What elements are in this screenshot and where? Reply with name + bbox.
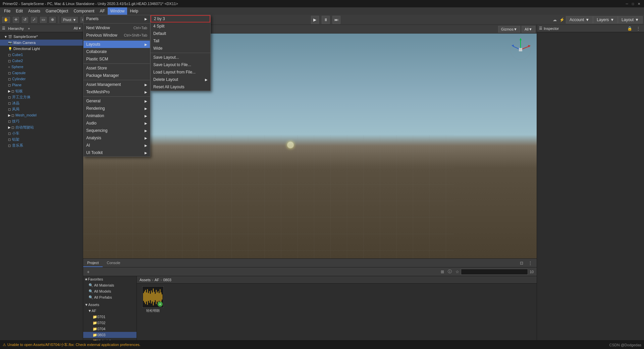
tab-console[interactable]: Console bbox=[103, 259, 124, 267]
layout-dropdown[interactable]: Layout ▼ bbox=[618, 16, 643, 23]
tree-af[interactable]: ▼ AF bbox=[83, 308, 137, 314]
layout-4split[interactable]: 4 Split bbox=[151, 22, 210, 30]
move-tool[interactable]: ✛ bbox=[12, 16, 20, 23]
layout-load-file[interactable]: Load Layout from File... bbox=[151, 68, 210, 76]
menu-assets[interactable]: Assets bbox=[25, 7, 43, 15]
tree-assets[interactable]: ▼ Assets bbox=[83, 302, 137, 308]
menu-component[interactable]: Component bbox=[71, 7, 97, 15]
hierarchy-item-sphere[interactable]: ○ Sphere bbox=[0, 64, 83, 70]
tree-0704[interactable]: 📁 0704 bbox=[83, 326, 137, 332]
window-menu-prev[interactable]: Previous Window Ctrl+Shift+Tab bbox=[84, 32, 150, 39]
breadcrumb-0803[interactable]: 0803 bbox=[163, 278, 171, 282]
layout-tall[interactable]: Tall bbox=[151, 37, 210, 45]
menu-help[interactable]: Help bbox=[127, 7, 141, 15]
project-maximize[interactable]: ⊡ bbox=[518, 259, 525, 267]
hierarchy-item-zdjs[interactable]: ▶ ◻ 自动驾驶站 bbox=[0, 124, 83, 130]
hierarchy-item-cylinder[interactable]: ◻ Cylinder bbox=[0, 76, 83, 82]
all-dropdown[interactable]: All ▼ bbox=[522, 26, 535, 33]
hierarchy-item-cube2[interactable]: ◻ Cube2 bbox=[0, 58, 83, 64]
hierarchy-item-plane[interactable]: ◻ Plane bbox=[0, 82, 83, 88]
tree-favorites[interactable]: ★ Favorites bbox=[83, 276, 137, 282]
hierarchy-item-capsule[interactable]: ◻ Capsule bbox=[0, 70, 83, 76]
menu-window[interactable]: Window bbox=[108, 7, 127, 15]
menu-edit[interactable]: Edit bbox=[13, 7, 25, 15]
project-add-btn[interactable]: + bbox=[85, 268, 92, 276]
window-menu-general[interactable]: General ▶ bbox=[84, 97, 150, 105]
project-star-btn[interactable]: ☆ bbox=[453, 268, 461, 276]
layout-save[interactable]: Save Layout... bbox=[151, 54, 210, 61]
project-search-input[interactable] bbox=[461, 269, 528, 275]
window-menu-plastic[interactable]: Plastic SCM bbox=[84, 55, 150, 63]
hand-tool[interactable]: ✋ bbox=[1, 16, 11, 23]
tab-project[interactable]: Project bbox=[83, 259, 103, 267]
hierarchy-item-ylx[interactable]: ◻ 音乐系 bbox=[0, 142, 83, 148]
scale-tool[interactable]: ⤢ bbox=[30, 16, 38, 23]
hierarchy-item-lj[interactable]: ◻ 铝架 bbox=[0, 136, 83, 142]
layers-dropdown[interactable]: Layers ▼ bbox=[593, 16, 618, 23]
window-menu-rendering[interactable]: Rendering ▶ bbox=[84, 105, 150, 112]
menu-af[interactable]: AF bbox=[97, 7, 107, 15]
hierarchy-item-jq[interactable]: ◻ 技巧 bbox=[0, 118, 83, 124]
window-menu-asset-mgmt[interactable]: Asset Management ▶ bbox=[84, 81, 150, 88]
account-dropdown[interactable]: Account ▼ bbox=[566, 16, 593, 23]
project-info-btn[interactable]: ⓘ bbox=[446, 268, 453, 276]
hierarchy-item-fj[interactable]: ◻ 风局 bbox=[0, 106, 83, 112]
maximize-button[interactable]: □ bbox=[631, 1, 635, 6]
hierarchy-item-cube1[interactable]: ◻ Cube1 bbox=[0, 52, 83, 58]
minimize-button[interactable]: ─ bbox=[625, 1, 629, 6]
window-menu-layouts[interactable]: Layouts ▶ bbox=[84, 41, 150, 48]
window-menu-analysis[interactable]: Analysis ▶ bbox=[84, 134, 150, 142]
hierarchy-item-lv[interactable]: ▶ ◻ 铝板 bbox=[0, 88, 83, 94]
cloud-icon-btn[interactable]: ⚡ bbox=[558, 16, 566, 23]
hierarchy-item-mesh[interactable]: ▶ ◻ Mesh_model bbox=[0, 112, 83, 118]
breadcrumb-assets[interactable]: Assets bbox=[140, 278, 151, 282]
window-menu-animation[interactable]: Animation ▶ bbox=[84, 112, 150, 119]
tree-0803[interactable]: 📁 0803 bbox=[83, 332, 137, 338]
hierarchy-item-scene[interactable]: ▼ 🎬 SampleScene* bbox=[0, 34, 83, 40]
breadcrumb-af[interactable]: AF bbox=[155, 278, 159, 282]
step-button[interactable]: ⏭ bbox=[332, 16, 340, 24]
hierarchy-item-kaifang[interactable]: ◻ 开工立方体 bbox=[0, 94, 83, 100]
hierarchy-item-bj[interactable]: ◻ 冰晶 bbox=[0, 100, 83, 106]
window-menu-asset-store[interactable]: Asset Store bbox=[84, 64, 150, 72]
tree-0702[interactable]: 📁 0702 bbox=[83, 320, 137, 326]
play-button[interactable]: ▶ bbox=[311, 16, 319, 24]
hierarchy-item-directional-light[interactable]: 💡 Directional Light bbox=[0, 46, 83, 52]
layout-save-file[interactable]: Save Layout to File... bbox=[151, 61, 210, 68]
layout-default[interactable]: Default bbox=[151, 30, 210, 37]
layout-delete[interactable]: Delete Layout ▶ bbox=[151, 76, 210, 83]
menu-file[interactable]: File bbox=[1, 7, 13, 15]
pause-button[interactable]: ⏸ bbox=[322, 16, 330, 24]
menu-gameobject[interactable]: GameObject bbox=[43, 7, 71, 15]
transform-tool[interactable]: ⊕ bbox=[49, 16, 56, 23]
window-menu-ui-toolkit[interactable]: UI Toolkit ▶ bbox=[84, 149, 150, 156]
rotate-tool[interactable]: ↺ bbox=[21, 16, 29, 23]
layout-wide[interactable]: Wide bbox=[151, 45, 210, 52]
rect-tool[interactable]: ▭ bbox=[39, 16, 47, 23]
hierarchy-item-xc[interactable]: ◻ 小车 bbox=[0, 130, 83, 136]
window-menu-collaborate[interactable]: Collaborate bbox=[84, 48, 150, 55]
window-menu-ai[interactable]: AI ▶ bbox=[84, 142, 150, 149]
hierarchy-item-main-camera[interactable]: 📷 Main Camera bbox=[0, 40, 83, 46]
tree-all-materials[interactable]: 🔍 All Materials bbox=[83, 282, 137, 288]
inspector-options[interactable]: ⋮ bbox=[635, 25, 642, 32]
tree-0701[interactable]: 📁 0701 bbox=[83, 314, 137, 320]
window-menu-panels[interactable]: Panels ▶ bbox=[84, 15, 150, 22]
window-menu-next[interactable]: Next Window Ctrl+Tab bbox=[84, 24, 150, 32]
window-menu-textmeshpro[interactable]: TextMeshPro ▶ bbox=[84, 88, 150, 96]
file-item-audio[interactable]: + 轻松明朗 bbox=[140, 286, 166, 313]
hierarchy-plus[interactable]: + bbox=[28, 27, 30, 31]
collab-icon-btn[interactable]: ☁ bbox=[551, 16, 558, 23]
gizmos-dropdown[interactable]: Gizmos ▼ bbox=[498, 26, 520, 33]
close-button[interactable]: ✕ bbox=[637, 1, 641, 6]
window-menu-audio[interactable]: Audio ▶ bbox=[84, 119, 150, 127]
layout-2by3[interactable]: 2 by 3 bbox=[151, 15, 210, 22]
project-view-btn[interactable]: ⊞ bbox=[439, 268, 446, 276]
window-menu-sequencing[interactable]: Sequencing ▶ bbox=[84, 127, 150, 134]
pivot-dropdown[interactable]: Pivot ▼ bbox=[61, 16, 78, 23]
tree-all-prefabs[interactable]: 🔍 All Prefabs bbox=[83, 294, 137, 300]
project-options[interactable]: ⋮ bbox=[527, 259, 534, 267]
inspector-lock[interactable]: 🔒 bbox=[626, 25, 633, 32]
layout-reset-all[interactable]: Reset All Layouts bbox=[151, 83, 210, 91]
window-menu-package-mgr[interactable]: Package Manager bbox=[84, 72, 150, 79]
